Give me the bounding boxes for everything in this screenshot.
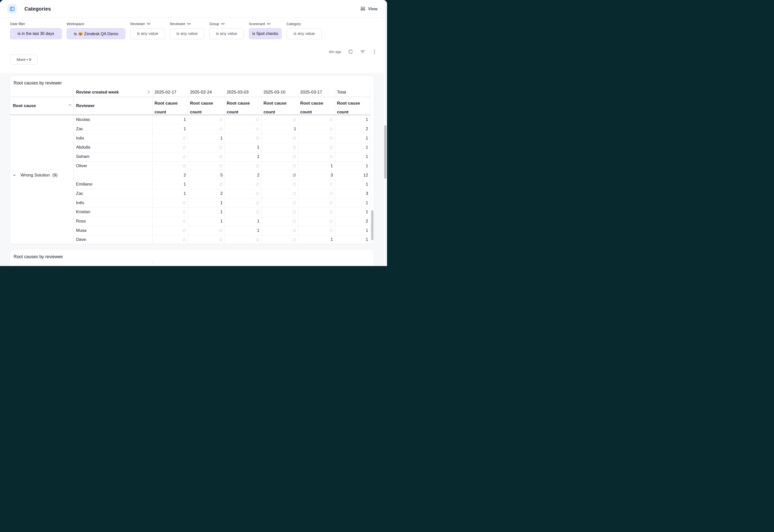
filter-reviewee-chip[interactable]: is any value — [170, 28, 204, 39]
value-cell: ∅ — [300, 226, 333, 235]
value-cell: ∅ — [300, 152, 333, 161]
filter-group-chip[interactable]: is any value — [210, 28, 244, 39]
chevron-right-icon[interactable] — [147, 90, 150, 94]
page-scrollbar-thumb[interactable] — [384, 125, 386, 179]
total-cell: 1 — [337, 143, 368, 152]
total-cell: 1 — [337, 235, 368, 244]
more-filters-button[interactable]: More • 9 — [10, 55, 38, 65]
table-row: Oliver ∅ ∅ ∅ ∅ 1 1 — [10, 161, 374, 171]
filter-icon-button[interactable] — [360, 49, 365, 54]
reviewer-name: Emiliano — [76, 180, 92, 189]
card-title: Root causes by reviewee — [14, 254, 63, 259]
total-cell: 1 — [337, 161, 368, 171]
reviewer-name: Zac — [76, 189, 83, 198]
value-cell: ∅ — [190, 161, 223, 171]
filter-reviewer-chip[interactable]: is any value — [130, 28, 165, 39]
filter-date-chip[interactable]: is in the last 30 days — [10, 28, 62, 39]
table-row: Zac 1 2 ∅ ∅ ∅ 3 — [10, 189, 374, 198]
column-header-week: 2025-02-24 — [190, 87, 212, 97]
filter-scorecard-label: Scorecard — [249, 22, 282, 26]
sidebar-toggle-button[interactable] — [7, 4, 17, 14]
value-cell: ∅ — [227, 189, 260, 198]
value-cell: ∅ — [227, 235, 260, 244]
link-icon — [187, 22, 191, 26]
group-label[interactable]: Wrong Solution(9) — [21, 170, 58, 180]
filter-group: Group is any value — [210, 22, 244, 39]
kebab-menu-button[interactable] — [372, 49, 377, 54]
value-cell: ∅ — [154, 226, 186, 235]
pivot-dimension-header[interactable]: Review created week — [76, 87, 119, 97]
value-cell: 1 — [154, 189, 186, 198]
table-row: Dave ∅ ∅ ∅ ∅ 1 1 — [10, 235, 374, 244]
filter-group-label: Group — [210, 22, 244, 26]
value-cell: ∅ — [154, 152, 186, 161]
view-button[interactable]: View — [360, 6, 377, 12]
value-cell: ∅ — [300, 207, 333, 217]
value-cell: ∅ — [264, 189, 296, 198]
value-cell: ∅ — [300, 180, 333, 189]
value-cell: ∅ — [300, 143, 333, 152]
reviewer-name: Kristian — [76, 207, 90, 217]
value-cell: ∅ — [264, 134, 296, 143]
table-row: Soham ∅ ∅ 1 ∅ ∅ 1 — [10, 152, 374, 161]
filter-scorecard-chip[interactable]: is Spot checks — [249, 28, 282, 39]
page-scrollbar-track[interactable] — [384, 0, 387, 266]
subtotal-cell: ∅ — [264, 170, 296, 180]
value-cell: 1 — [300, 235, 333, 244]
column-header-week: 2025-03-10 — [264, 87, 285, 97]
measure-header: Root cause count — [190, 97, 221, 116]
measure-header: Root cause count — [154, 97, 185, 116]
filter-workspace-chip[interactable]: is 😻 Zendesk QA Demo — [67, 28, 125, 39]
collapse-caret-icon[interactable] — [13, 174, 16, 176]
dashboard-body: Root causes by reviewer Review created w… — [0, 73, 384, 266]
table-row: Ross ∅ 1 1 ∅ ∅ 2 — [10, 217, 374, 226]
value-cell: ∅ — [190, 124, 223, 134]
total-cell: 2 — [337, 124, 368, 134]
table-scrollbar-thumb[interactable] — [371, 210, 373, 240]
filter-category-chip[interactable]: is any value — [287, 28, 322, 39]
value-cell: ∅ — [154, 198, 186, 207]
top-bar: Categories View — [0, 0, 384, 18]
value-cell: ∅ — [154, 161, 186, 171]
table-row: Inês ∅ 1 ∅ ∅ ∅ 1 — [10, 198, 374, 207]
value-cell: ∅ — [300, 134, 333, 143]
sliders-icon — [360, 6, 366, 12]
value-cell: 2 — [190, 189, 223, 198]
filter-reviewee-label: Reviewee — [170, 22, 204, 26]
measure-header: Root cause count — [300, 97, 331, 116]
total-cell: 1 — [337, 198, 368, 207]
dashboard-meta: 6m ago — [329, 49, 377, 54]
total-cell: 1 — [337, 134, 368, 143]
column-header-week: 2025-03-03 — [227, 87, 249, 97]
link-icon — [147, 22, 150, 26]
value-cell: ∅ — [227, 134, 260, 143]
value-cell: ∅ — [227, 198, 260, 207]
filter-category: Category is any value — [287, 22, 322, 39]
value-cell: 1 — [190, 217, 223, 226]
total-cell: 3 — [337, 189, 368, 198]
filter-category-label: Category — [287, 22, 322, 26]
table-row: Zac 1 ∅ ∅ 1 ∅ 2 — [10, 124, 374, 134]
sort-asc-icon[interactable] — [68, 104, 71, 106]
value-cell: ∅ — [264, 161, 296, 171]
value-cell: 1 — [154, 180, 186, 189]
sub-dimension-header[interactable]: Reviewer — [76, 97, 95, 115]
subtotal-total-cell: 12 — [337, 170, 368, 180]
value-cell: ∅ — [190, 115, 223, 124]
row-dimension-header[interactable]: Root cause — [13, 97, 36, 115]
measure-header: Root cause count — [264, 97, 294, 116]
refresh-button[interactable] — [348, 49, 353, 54]
value-cell: ∅ — [264, 115, 296, 124]
reviewer-name: Inês — [76, 198, 84, 207]
value-cell: ∅ — [227, 180, 260, 189]
card-root-causes-by-reviewer: Root causes by reviewer Review created w… — [10, 75, 374, 244]
table-row: Musa ∅ ∅ 1 ∅ ∅ 1 — [10, 226, 374, 235]
table-row: Emiliano 1 ∅ ∅ ∅ ∅ 1 — [10, 180, 374, 189]
app-window: Categories View Date filter is in the la… — [0, 0, 387, 266]
value-cell: ∅ — [154, 134, 186, 143]
measure-header: Root cause count — [337, 97, 368, 116]
filter-reviewer-label: Reviewer — [130, 22, 165, 26]
table-row: Nicolas 1 ∅ ∅ ∅ ∅ 1 — [10, 115, 374, 124]
reviewer-name: Oliver — [76, 161, 87, 171]
last-updated: 6m ago — [329, 50, 341, 54]
